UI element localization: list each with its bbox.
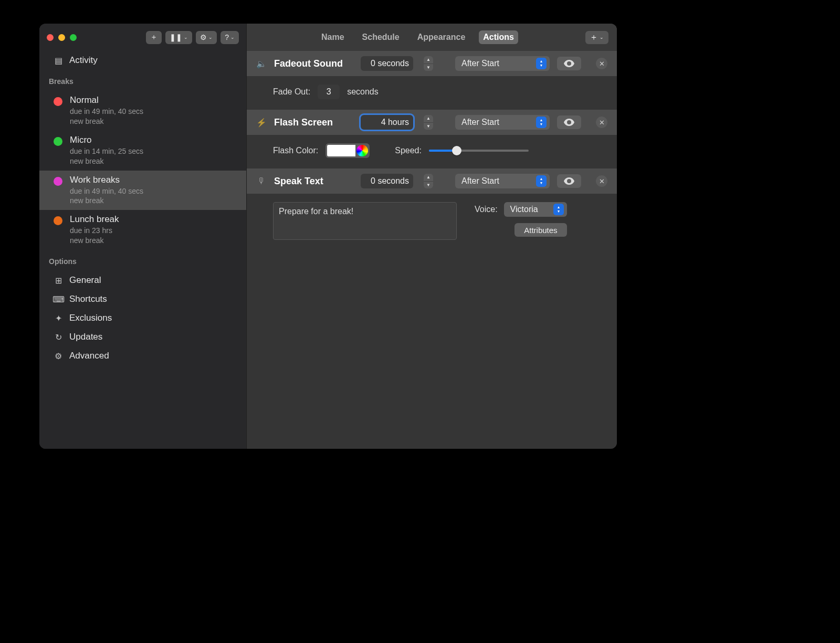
break-title: Micro: [70, 135, 143, 145]
sidebar: ＋ ❚❚⌄ ⚙⌄ ?⌄ ▤ Activity Breaks Normal due…: [39, 24, 246, 449]
sidebar-item-exclusions[interactable]: ✦ Exclusions: [39, 309, 246, 328]
break-item-lunch-break[interactable]: Lunch break due in 23 hrs new break: [39, 210, 246, 250]
tab-name[interactable]: Name: [317, 30, 349, 44]
break-text: Work breaks due in 49 min, 40 secs new b…: [70, 175, 143, 206]
eye-icon: [564, 119, 574, 126]
break-text: Lunch break due in 23 hrs new break: [70, 214, 119, 246]
remove-action-button[interactable]: ✕: [596, 175, 607, 187]
fadeout-delay-stepper[interactable]: ▲▼: [424, 56, 433, 71]
updown-icon: ▴▾: [536, 117, 547, 128]
tab-schedule[interactable]: Schedule: [358, 30, 404, 44]
sidebar-item-activity[interactable]: ▤ Activity: [39, 51, 246, 70]
break-subtitle: due in 14 min, 25 secs new break: [70, 146, 143, 166]
eye-icon: [564, 60, 574, 67]
preview-button[interactable]: [557, 115, 581, 129]
tab-actions[interactable]: Actions: [479, 30, 518, 44]
break-item-micro[interactable]: Micro due in 14 min, 25 secs new break: [39, 131, 246, 171]
add-break-button[interactable]: ＋: [146, 31, 162, 44]
minimize-window-button[interactable]: [58, 34, 65, 41]
main-toolbar: Name Schedule Appearance Actions ＋⌄: [247, 24, 617, 51]
action-title: Flash Screen: [274, 117, 342, 128]
exclusions-icon: ✦: [54, 313, 63, 323]
remove-action-button[interactable]: ✕: [596, 117, 607, 128]
preview-button[interactable]: [557, 174, 581, 188]
color-dot-icon: [54, 216, 62, 225]
updown-icon: ▴▾: [536, 58, 547, 69]
flash-delay-input[interactable]: [361, 115, 413, 130]
break-item-normal[interactable]: Normal due in 49 min, 40 secs new break: [39, 91, 246, 131]
speak-delay-input[interactable]: [361, 174, 413, 188]
color-dot-icon: [54, 177, 62, 186]
updown-icon: ▴▾: [553, 204, 564, 215]
speak-when-select[interactable]: After Start ▴▾: [455, 174, 550, 188]
flash-color-well[interactable]: [326, 143, 370, 158]
flash-when-select[interactable]: After Start ▴▾: [455, 115, 550, 130]
combo-value: After Start: [461, 118, 531, 127]
action-fadeout-sound: 🔈 Fadeout Sound ▲▼ After Start ▴▾ ✕ Fad: [247, 51, 617, 110]
updates-icon: ↻: [54, 332, 63, 342]
action-header: ⚡ Flash Screen ▲▼ After Start ▴▾ ✕: [247, 110, 617, 135]
speaker-icon: 🔈: [256, 59, 267, 69]
microphone-icon: 🎙: [256, 176, 267, 186]
speak-delay-field[interactable]: [361, 174, 413, 188]
break-item-work-breaks[interactable]: Work breaks due in 49 min, 40 secs new b…: [39, 171, 246, 210]
fadeout-when-select[interactable]: After Start ▴▾: [455, 56, 550, 71]
voice-select[interactable]: Victoria ▴▾: [504, 202, 567, 217]
speak-delay-stepper[interactable]: ▲▼: [424, 174, 433, 188]
sidebar-item-general[interactable]: ⊞ General: [39, 271, 246, 290]
zoom-window-button[interactable]: [70, 34, 77, 41]
action-header: 🔈 Fadeout Sound ▲▼ After Start ▴▾ ✕: [247, 51, 617, 76]
close-window-button[interactable]: [47, 34, 54, 41]
flash-delay-field[interactable]: [361, 115, 413, 130]
flash-speed-label: Speed:: [395, 146, 422, 155]
activity-icon: ▤: [54, 56, 63, 65]
app-window: ＋ ❚❚⌄ ⚙⌄ ?⌄ ▤ Activity Breaks Normal due…: [39, 24, 617, 449]
attributes-button[interactable]: Attributes: [514, 223, 566, 237]
traffic-lights: [47, 34, 77, 41]
color-dot-icon: [54, 137, 62, 146]
combo-value: Victoria: [510, 205, 548, 214]
sidebar-item-label: Activity: [69, 55, 98, 66]
breaks-header: Breaks: [39, 70, 246, 91]
flash-speed-slider[interactable]: [429, 145, 529, 156]
help-menu-button[interactable]: ?⌄: [220, 31, 239, 44]
break-text: Micro due in 14 min, 25 secs new break: [70, 135, 143, 166]
break-title: Lunch break: [70, 214, 119, 225]
sidebar-item-label: General: [69, 275, 101, 286]
break-title: Work breaks: [70, 175, 143, 185]
break-subtitle: due in 49 min, 40 secs new break: [70, 107, 143, 127]
preview-button[interactable]: [557, 57, 581, 70]
fadeout-delay-field[interactable]: [361, 56, 413, 71]
action-flash-screen: ⚡ Flash Screen ▲▼ After Start ▴▾ ✕ Flash: [247, 110, 617, 168]
updown-icon: ▴▾: [536, 175, 547, 187]
advanced-icon: ⚙: [54, 351, 63, 361]
sidebar-item-advanced[interactable]: ⚙ Advanced: [39, 346, 246, 365]
break-title: Normal: [70, 95, 143, 106]
fadeout-delay-input[interactable]: [361, 56, 413, 71]
flash-color-label: Flash Color:: [273, 146, 318, 155]
speak-text-input[interactable]: [273, 202, 457, 240]
break-text: Normal due in 49 min, 40 secs new break: [70, 95, 143, 127]
sidebar-item-label: Shortcuts: [69, 294, 107, 304]
break-subtitle: due in 23 hrs new break: [70, 226, 119, 246]
pause-menu-button[interactable]: ❚❚⌄: [165, 31, 192, 44]
add-action-button[interactable]: ＋⌄: [585, 31, 608, 44]
tab-appearance[interactable]: Appearance: [413, 30, 470, 44]
voice-label: Voice:: [475, 205, 498, 214]
tab-bar: Name Schedule Appearance Actions: [317, 30, 518, 44]
settings-menu-button[interactable]: ⚙⌄: [196, 31, 217, 44]
slider-thumb[interactable]: [452, 146, 461, 155]
remove-action-button[interactable]: ✕: [596, 58, 607, 69]
fadeout-duration-unit: seconds: [347, 87, 379, 97]
color-dot-icon: [54, 97, 62, 106]
action-speak-text: 🎙 Speak Text ▲▼ After Start ▴▾ ✕: [247, 168, 617, 250]
voice-row: Voice: Victoria ▴▾: [475, 202, 567, 217]
toolbar-left-group: ＋ ❚❚⌄ ⚙⌄ ?⌄: [146, 31, 239, 44]
sidebar-item-shortcuts[interactable]: ⌨ Shortcuts: [39, 290, 246, 309]
fadeout-duration-input[interactable]: [318, 85, 340, 99]
flash-delay-stepper[interactable]: ▲▼: [424, 115, 433, 130]
sidebar-item-updates[interactable]: ↻ Updates: [39, 328, 246, 346]
break-subtitle: due in 49 min, 40 secs new break: [70, 186, 143, 206]
action-title: Speak Text: [274, 176, 342, 187]
action-header: 🎙 Speak Text ▲▼ After Start ▴▾ ✕: [247, 168, 617, 194]
